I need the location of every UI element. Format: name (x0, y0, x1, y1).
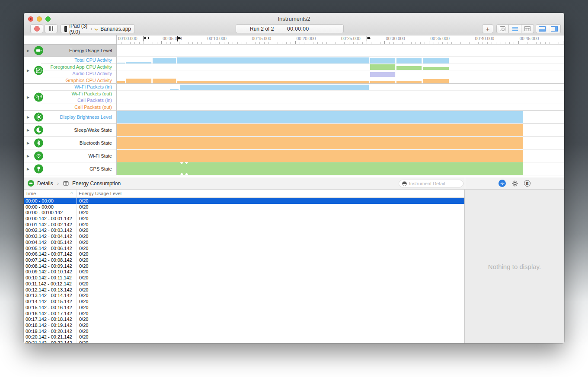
disclosure-triangle-icon[interactable]: ▶ (27, 49, 29, 53)
table-row[interactable]: 00:08.142 - 00:09.1420/20 (24, 263, 464, 269)
chart-segment[interactable] (126, 79, 152, 83)
record-button[interactable] (30, 24, 43, 33)
table-row[interactable]: 00:00 - 00:000/20 (24, 198, 464, 204)
table-row[interactable]: 00:00 - 00:00.1420/20 (24, 209, 464, 215)
chart-segment[interactable] (177, 57, 369, 63)
flag-marker-icon[interactable] (144, 36, 148, 42)
toggle-bottom-pane-button[interactable] (536, 24, 548, 33)
track-label-cell[interactable]: ▶Total CPU ActivityForeground App CPU Ac… (24, 57, 117, 83)
titlebar[interactable]: Instruments2 (24, 13, 564, 24)
table-row[interactable]: 00:11.142 - 00:12.1420/20 (24, 281, 464, 287)
table-row[interactable]: 00:09.142 - 00:10.1420/20 (24, 269, 464, 275)
flag-marker-icon[interactable] (367, 36, 371, 42)
disclosure-triangle-icon[interactable]: ▶ (27, 141, 29, 145)
table-row[interactable]: 00:14.142 - 00:15.1420/20 (24, 298, 464, 304)
table-row[interactable]: 00:01.142 - 00:02.1420/20 (24, 222, 464, 228)
disclosure-triangle-icon[interactable]: ▶ (27, 167, 29, 171)
chart-segment[interactable] (177, 81, 369, 83)
flag-marker-icon[interactable] (177, 36, 181, 42)
track-chart-area[interactable] (117, 136, 564, 149)
minimize-button[interactable] (37, 16, 42, 22)
chart-segment[interactable] (423, 79, 449, 83)
instrument-detail-search[interactable]: Instrument Detail (399, 180, 463, 187)
table-row[interactable]: 00:05.142 - 00:06.1420/20 (24, 245, 464, 251)
track-label-cell[interactable]: ▶Wi-Fi State (24, 149, 117, 162)
chart-segment[interactable] (117, 63, 125, 63)
table-row[interactable]: 00:20.142 - 00:21.1420/20 (24, 334, 464, 340)
chart-segment[interactable] (117, 137, 523, 149)
disclosure-triangle-icon[interactable]: ▶ (27, 128, 29, 132)
extended-detail-view-button[interactable] (521, 24, 534, 33)
table-row[interactable]: 00:00.142 - 00:01.1420/20 (24, 215, 464, 222)
chart-segment[interactable] (153, 79, 176, 83)
chart-segment[interactable] (117, 111, 523, 123)
table-row[interactable]: 00:07.142 - 00:08.1420/20 (24, 257, 464, 263)
chart-segment[interactable] (117, 124, 523, 136)
table-row[interactable]: 00:15.142 - 00:16.1420/20 (24, 304, 464, 310)
breadcrumb-current[interactable]: Energy Consumption (72, 181, 121, 187)
track-chart-area[interactable] (117, 57, 564, 83)
record-settings-view-button[interactable] (496, 24, 509, 33)
chart-segment[interactable] (126, 62, 152, 63)
search-scope-icon[interactable] (402, 181, 407, 186)
close-button[interactable] (28, 16, 33, 22)
chart-segment[interactable] (170, 89, 179, 90)
chart-segment[interactable] (396, 81, 422, 83)
add-instrument-button[interactable]: + (482, 24, 493, 33)
disclosure-triangle-icon[interactable]: ▶ (27, 95, 29, 99)
gear-icon[interactable] (511, 180, 518, 187)
chart-segment[interactable] (396, 66, 422, 70)
track-label-cell[interactable]: ▶Bluetooth State (24, 136, 117, 149)
track-label-cell[interactable]: ▶Sleep/Wake State (24, 124, 117, 136)
table-row[interactable]: 00:06.142 - 00:07.1420/20 (24, 251, 464, 257)
toggle-right-pane-button[interactable] (548, 24, 561, 33)
zoom-button[interactable] (45, 16, 51, 22)
chart-segment[interactable] (117, 162, 523, 175)
table-row[interactable]: 00:17.142 - 00:18.1420/20 (24, 316, 464, 322)
chart-segment[interactable] (117, 150, 523, 162)
chart-segment[interactable] (423, 58, 449, 63)
chart-segment[interactable] (370, 72, 396, 77)
list-view-button[interactable] (509, 24, 521, 33)
chart-segment[interactable] (180, 85, 370, 90)
table-row[interactable]: 00:12.142 - 00:13.1420/20 (24, 287, 464, 293)
track-chart-area[interactable] (117, 44, 564, 57)
chart-segment[interactable] (370, 58, 396, 63)
track-label-cell[interactable]: ▶Energy Usage Level (24, 44, 117, 57)
disclosure-triangle-icon[interactable]: ▶ (27, 68, 29, 72)
track-chart-area[interactable] (117, 124, 564, 136)
chart-segment[interactable] (370, 64, 396, 70)
track-chart-area[interactable] (117, 149, 564, 162)
playhead-line[interactable] (117, 44, 117, 177)
breadcrumb-details[interactable]: Details (37, 181, 53, 187)
extended-detail-inspector-button[interactable]: E (524, 180, 530, 187)
table-row[interactable]: 00:16.142 - 00:17.1420/20 (24, 310, 464, 317)
table-row[interactable]: 00:04.142 - 00:05.1420/20 (24, 239, 464, 245)
run-indicator[interactable]: Run 2 of 2 00:00:00 (236, 24, 344, 33)
track-label-cell[interactable]: ▶Display Brightness Level (24, 111, 117, 123)
column-header-energy[interactable]: Energy Usage Level (79, 191, 121, 196)
table-row[interactable]: 00:18.142 - 00:19.1420/20 (24, 322, 464, 328)
table-row[interactable]: 00:00 - 00:000/20 (24, 204, 464, 210)
disclosure-triangle-icon[interactable]: ▶ (27, 115, 29, 119)
table-row[interactable]: 00:19.142 - 00:20.1420/20 (24, 328, 464, 334)
table-row[interactable]: 00:10.142 - 00:11.1420/20 (24, 275, 464, 281)
sort-ascending-icon[interactable]: ^ (70, 191, 79, 196)
table-row[interactable]: 00:13.142 - 00:14.1420/20 (24, 293, 464, 299)
track-label-cell[interactable]: ▶GPS State (24, 162, 117, 175)
track-chart-area[interactable] (117, 84, 564, 110)
table-row[interactable]: 00:03.142 - 00:04.1420/20 (24, 233, 464, 239)
column-header-time[interactable]: Time (24, 191, 70, 196)
disclosure-triangle-icon[interactable]: ▶ (27, 154, 29, 158)
track-chart-area[interactable] (117, 111, 564, 123)
chart-segment[interactable] (423, 67, 449, 70)
pause-button[interactable] (45, 24, 58, 33)
timeline-ruler[interactable]: 00:00.00000:05.00000:10.00000:15.00000:2… (117, 35, 564, 44)
table-row[interactable]: 00:21.142 - 00:22.1420/20 (24, 340, 464, 343)
track-chart-area[interactable] (117, 162, 564, 175)
chart-segment[interactable] (153, 58, 176, 63)
chart-segment[interactable] (117, 81, 125, 83)
target-selector[interactable]: iPad (3) (9.0) › Bananas.app (61, 24, 135, 33)
chart-segment[interactable] (370, 81, 396, 83)
table-row[interactable]: 00:02.142 - 00:03.1420/20 (24, 228, 464, 234)
